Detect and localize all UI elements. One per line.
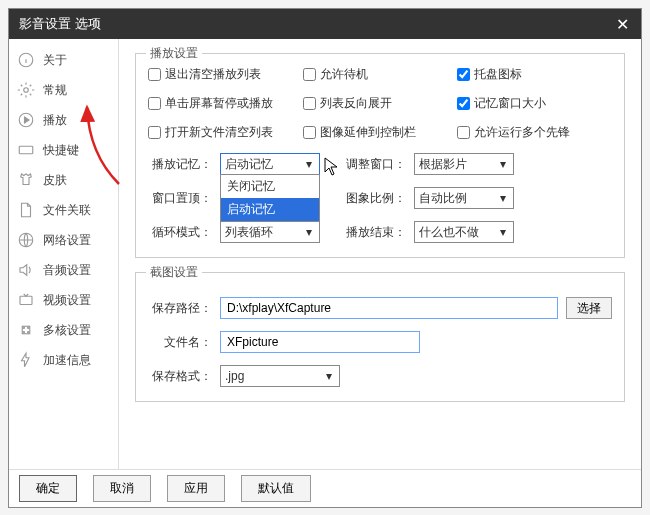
sidebar-item-audio[interactable]: 音频设置	[9, 255, 118, 285]
globe-icon	[17, 231, 35, 249]
settings-dialog: 影音设置 选项 ✕ 关于 常规 播放 快捷键 皮肤	[8, 8, 642, 508]
dialog-title: 影音设置 选项	[19, 15, 101, 33]
tv-icon	[17, 291, 35, 309]
cursor-icon	[324, 157, 340, 177]
shirt-icon	[17, 171, 35, 189]
play-memory-label: 播放记忆：	[148, 156, 212, 173]
close-icon[interactable]: ✕	[610, 15, 635, 34]
svg-point-16	[28, 332, 30, 334]
save-fmt-label: 保存格式：	[148, 368, 212, 385]
file-name-input[interactable]	[220, 331, 420, 353]
info-icon	[17, 51, 35, 69]
sidebar-item-label: 网络设置	[43, 232, 91, 249]
sidebar-item-hotkey[interactable]: 快捷键	[9, 135, 118, 165]
file-icon	[17, 201, 35, 219]
sidebar-item-label: 多核设置	[43, 322, 91, 339]
img-ratio-label: 图象比例：	[346, 190, 406, 207]
sidebar-item-label: 皮肤	[43, 172, 67, 189]
play-memory-dropdown: 关闭记忆 启动记忆	[220, 174, 320, 222]
chk-allow-multi[interactable]: 允许运行多个先锋	[457, 124, 612, 141]
chevron-down-icon: ▾	[495, 224, 511, 240]
play-end-combo[interactable]: 什么也不做▾	[414, 221, 514, 243]
svg-rect-11	[20, 296, 32, 304]
chk-tray-icon[interactable]: 托盘图标	[457, 66, 612, 83]
chevron-down-icon: ▾	[301, 224, 317, 240]
screenshot-settings-group: 截图设置 保存路径： 选择 文件名： 保存格式： .jpg▾	[135, 272, 625, 402]
sidebar-item-label: 加速信息	[43, 352, 91, 369]
dialog-footer: 确定 取消 应用 默认值	[9, 469, 641, 507]
sidebar-item-file-assoc[interactable]: 文件关联	[9, 195, 118, 225]
apply-button[interactable]: 应用	[167, 475, 225, 502]
svg-point-13	[23, 327, 25, 329]
chevron-down-icon: ▾	[321, 368, 337, 384]
sidebar-item-label: 快捷键	[43, 142, 79, 159]
chk-img-extend[interactable]: 图像延伸到控制栏	[303, 124, 458, 141]
sidebar-item-label: 视频设置	[43, 292, 91, 309]
sidebar-item-accel[interactable]: 加速信息	[9, 345, 118, 375]
chk-open-clear[interactable]: 打开新文件清空列表	[148, 124, 303, 141]
chk-list-reverse[interactable]: 列表反向展开	[303, 95, 458, 112]
default-button[interactable]: 默认值	[241, 475, 311, 502]
chk-allow-standby[interactable]: 允许待机	[303, 66, 458, 83]
sidebar-item-general[interactable]: 常规	[9, 75, 118, 105]
sidebar-item-multicore[interactable]: 多核设置	[9, 315, 118, 345]
group-legend: 截图设置	[146, 264, 202, 281]
dropdown-item-close[interactable]: 关闭记忆	[221, 175, 319, 198]
choose-button[interactable]: 选择	[566, 297, 612, 319]
chevron-down-icon: ▾	[301, 156, 317, 172]
save-path-input[interactable]	[220, 297, 558, 319]
adjust-win-label: 调整窗口：	[346, 156, 406, 173]
gear-icon	[17, 81, 35, 99]
playback-settings-group: 播放设置 退出清空播放列表 允许待机 托盘图标 单击屏幕暂停或播放 列表反向展开…	[135, 53, 625, 258]
sidebar-item-about[interactable]: 关于	[9, 45, 118, 75]
dropdown-item-enable[interactable]: 启动记忆	[221, 198, 319, 221]
audio-icon	[17, 261, 35, 279]
sidebar-item-playback[interactable]: 播放	[9, 105, 118, 135]
sidebar-item-label: 音频设置	[43, 262, 91, 279]
chevron-down-icon: ▾	[495, 190, 511, 206]
chk-remember-win[interactable]: 记忆窗口大小	[457, 95, 612, 112]
titlebar: 影音设置 选项 ✕	[9, 9, 641, 39]
img-ratio-combo[interactable]: 自动比例▾	[414, 187, 514, 209]
sidebar-item-skin[interactable]: 皮肤	[9, 165, 118, 195]
save-fmt-combo[interactable]: .jpg▾	[220, 365, 340, 387]
ok-button[interactable]: 确定	[19, 475, 77, 502]
chk-click-pause[interactable]: 单击屏幕暂停或播放	[148, 95, 303, 112]
win-top-label: 窗口置顶：	[148, 190, 212, 207]
play-icon	[17, 111, 35, 129]
sidebar: 关于 常规 播放 快捷键 皮肤 文件关联	[9, 39, 119, 469]
group-legend: 播放设置	[146, 45, 202, 62]
svg-rect-6	[19, 146, 33, 154]
adjust-win-combo[interactable]: 根据影片▾	[414, 153, 514, 175]
file-name-label: 文件名：	[148, 334, 212, 351]
sidebar-item-video[interactable]: 视频设置	[9, 285, 118, 315]
svg-marker-5	[25, 117, 30, 123]
sidebar-item-network[interactable]: 网络设置	[9, 225, 118, 255]
loop-mode-combo[interactable]: 列表循环▾	[220, 221, 320, 243]
chk-exit-clear[interactable]: 退出清空播放列表	[148, 66, 303, 83]
svg-point-3	[24, 88, 29, 93]
keyboard-icon	[17, 141, 35, 159]
save-path-label: 保存路径：	[148, 300, 212, 317]
bolt-icon	[17, 351, 35, 369]
sidebar-item-label: 常规	[43, 82, 67, 99]
sidebar-item-label: 关于	[43, 52, 67, 69]
play-end-label: 播放结束：	[346, 224, 406, 241]
main-panel: 播放设置 退出清空播放列表 允许待机 托盘图标 单击屏幕暂停或播放 列表反向展开…	[119, 39, 641, 469]
sidebar-item-label: 文件关联	[43, 202, 91, 219]
svg-point-15	[23, 332, 25, 334]
sidebar-item-label: 播放	[43, 112, 67, 129]
cpu-icon	[17, 321, 35, 339]
cancel-button[interactable]: 取消	[93, 475, 151, 502]
play-memory-combo[interactable]: 启动记忆 ▾ 关闭记忆 启动记忆	[220, 153, 320, 175]
svg-point-14	[28, 327, 30, 329]
chevron-down-icon: ▾	[495, 156, 511, 172]
loop-mode-label: 循环模式：	[148, 224, 212, 241]
